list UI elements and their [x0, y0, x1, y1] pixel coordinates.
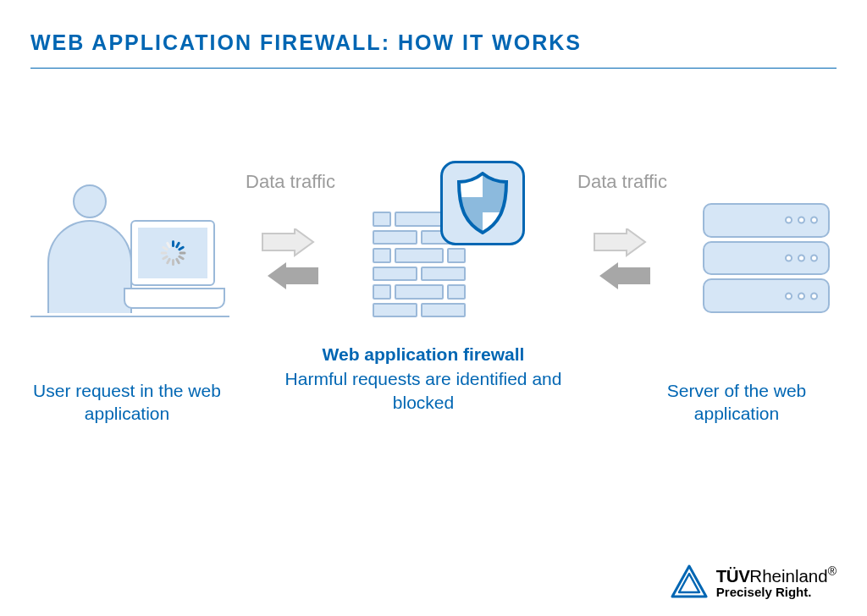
server-unit — [703, 278, 830, 313]
loading-spinner-icon — [160, 240, 185, 266]
shield-badge-icon — [440, 161, 525, 245]
bidir-arrow-icon — [593, 228, 652, 292]
user-head-icon — [73, 184, 107, 218]
laptop-icon — [124, 220, 229, 313]
desk-line — [30, 316, 229, 317]
title-underline — [30, 68, 837, 69]
arrow-pair-right: Data traffic — [593, 228, 652, 292]
arrow-pair-left: Data traffic — [261, 228, 320, 292]
caption-server: Server of the web application — [627, 379, 847, 426]
arrow-label-left: Data traffic — [246, 171, 335, 193]
laptop-screen — [130, 220, 215, 286]
firewall-icon — [364, 186, 525, 317]
user-body-icon — [47, 220, 132, 313]
caption-user: User request in the web application — [17, 379, 237, 426]
server-stack-icon — [703, 203, 830, 313]
diagram-title: WEB APPLICATION FIREWALL: HOW IT WORKS — [30, 30, 582, 55]
logo-tagline: Precisely Right. — [716, 585, 837, 599]
tuv-triangle-icon — [671, 564, 708, 598]
user-laptop-icon — [30, 178, 229, 317]
shield-icon — [456, 172, 510, 234]
caption-waf: Web application firewall Harmful request… — [254, 343, 593, 414]
server-unit — [703, 241, 830, 276]
server-unit — [703, 203, 830, 238]
bidir-arrow-icon — [261, 228, 320, 292]
logo-brand: TÜVRheinland® — [716, 564, 837, 586]
caption-waf-body: Harmful requests are identified and bloc… — [285, 369, 562, 411]
caption-waf-title: Web application firewall — [254, 343, 593, 366]
laptop-base — [124, 288, 225, 309]
arrow-label-right: Data traffic — [577, 171, 667, 193]
tuv-logo: TÜVRheinland® Precisely Right. — [671, 564, 837, 599]
